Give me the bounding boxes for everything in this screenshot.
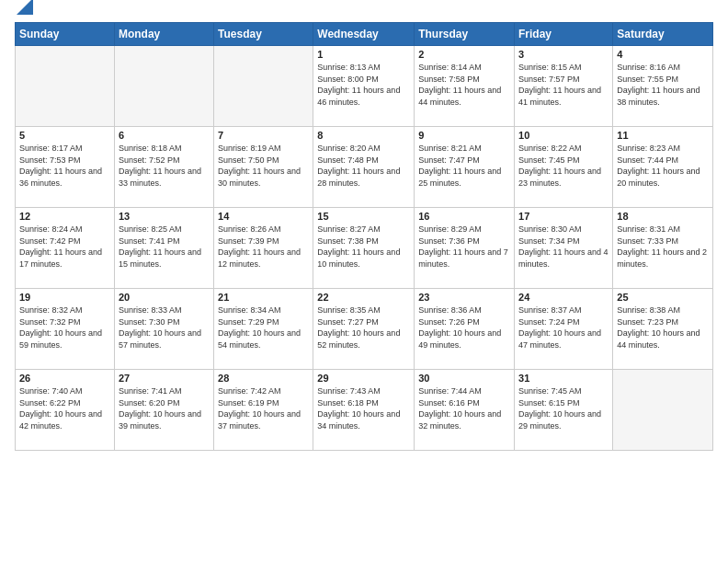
day-number: 7 <box>218 130 309 141</box>
day-info: Sunrise: 8:35 AM Sunset: 7:27 PM Dayligh… <box>317 304 410 350</box>
calendar-cell <box>613 370 713 451</box>
day-info: Sunrise: 8:25 AM Sunset: 7:41 PM Dayligh… <box>119 224 210 270</box>
day-number: 19 <box>19 292 110 303</box>
calendar-week-row: 1Sunrise: 8:13 AM Sunset: 8:00 PM Daylig… <box>16 46 713 127</box>
calendar-cell: 20Sunrise: 8:33 AM Sunset: 7:30 PM Dayli… <box>114 289 213 370</box>
header <box>15 9 713 15</box>
day-number: 18 <box>617 211 709 222</box>
day-info: Sunrise: 8:17 AM Sunset: 7:53 PM Dayligh… <box>19 143 110 189</box>
day-number: 3 <box>518 49 609 60</box>
calendar-week-row: 5Sunrise: 8:17 AM Sunset: 7:53 PM Daylig… <box>16 127 713 208</box>
day-info: Sunrise: 8:29 AM Sunset: 7:36 PM Dayligh… <box>418 224 510 270</box>
weekday-header: Friday <box>515 23 613 46</box>
calendar-cell: 3Sunrise: 8:15 AM Sunset: 7:57 PM Daylig… <box>515 46 613 127</box>
day-info: Sunrise: 8:38 AM Sunset: 7:23 PM Dayligh… <box>617 304 709 350</box>
day-info: Sunrise: 8:22 AM Sunset: 7:45 PM Dayligh… <box>518 143 609 189</box>
calendar-cell: 7Sunrise: 8:19 AM Sunset: 7:50 PM Daylig… <box>214 127 313 208</box>
day-info: Sunrise: 7:43 AM Sunset: 6:18 PM Dayligh… <box>317 385 410 431</box>
day-number: 6 <box>119 130 210 141</box>
weekday-header: Wednesday <box>313 23 415 46</box>
weekday-header: Tuesday <box>214 23 313 46</box>
day-info: Sunrise: 8:20 AM Sunset: 7:48 PM Dayligh… <box>317 143 410 189</box>
calendar-cell <box>214 46 313 127</box>
day-number: 27 <box>119 373 210 384</box>
calendar-cell: 8Sunrise: 8:20 AM Sunset: 7:48 PM Daylig… <box>313 127 415 208</box>
page: SundayMondayTuesdayWednesdayThursdayFrid… <box>0 0 728 563</box>
calendar-cell: 4Sunrise: 8:16 AM Sunset: 7:55 PM Daylig… <box>613 46 713 127</box>
day-number: 10 <box>518 130 609 141</box>
calendar-cell: 22Sunrise: 8:35 AM Sunset: 7:27 PM Dayli… <box>313 289 415 370</box>
calendar-cell: 21Sunrise: 8:34 AM Sunset: 7:29 PM Dayli… <box>214 289 313 370</box>
day-info: Sunrise: 8:13 AM Sunset: 8:00 PM Dayligh… <box>317 62 410 108</box>
day-number: 4 <box>617 49 709 60</box>
day-info: Sunrise: 8:36 AM Sunset: 7:26 PM Dayligh… <box>418 304 510 350</box>
calendar-cell: 9Sunrise: 8:21 AM Sunset: 7:47 PM Daylig… <box>415 127 515 208</box>
day-number: 31 <box>518 373 609 384</box>
calendar-cell: 1Sunrise: 8:13 AM Sunset: 8:00 PM Daylig… <box>313 46 415 127</box>
calendar-cell: 18Sunrise: 8:31 AM Sunset: 7:33 PM Dayli… <box>613 208 713 289</box>
day-number: 22 <box>317 292 410 303</box>
day-info: Sunrise: 8:37 AM Sunset: 7:24 PM Dayligh… <box>518 304 609 350</box>
calendar-cell: 15Sunrise: 8:27 AM Sunset: 7:38 PM Dayli… <box>313 208 415 289</box>
logo-triangle-icon <box>17 0 33 15</box>
calendar-cell: 26Sunrise: 7:40 AM Sunset: 6:22 PM Dayli… <box>16 370 115 451</box>
calendar-cell: 6Sunrise: 8:18 AM Sunset: 7:52 PM Daylig… <box>114 127 213 208</box>
day-number: 5 <box>19 130 110 141</box>
day-info: Sunrise: 8:30 AM Sunset: 7:34 PM Dayligh… <box>518 224 609 270</box>
day-number: 29 <box>317 373 410 384</box>
weekday-header: Saturday <box>613 23 713 46</box>
day-number: 16 <box>418 211 510 222</box>
day-number: 13 <box>119 211 210 222</box>
day-info: Sunrise: 8:23 AM Sunset: 7:44 PM Dayligh… <box>617 143 709 189</box>
day-number: 26 <box>19 373 110 384</box>
logo <box>15 13 33 15</box>
day-info: Sunrise: 8:33 AM Sunset: 7:30 PM Dayligh… <box>119 304 210 350</box>
calendar-week-row: 26Sunrise: 7:40 AM Sunset: 6:22 PM Dayli… <box>16 370 713 451</box>
day-info: Sunrise: 8:15 AM Sunset: 7:57 PM Dayligh… <box>518 62 609 108</box>
calendar-cell: 30Sunrise: 7:44 AM Sunset: 6:16 PM Dayli… <box>415 370 515 451</box>
day-info: Sunrise: 8:31 AM Sunset: 7:33 PM Dayligh… <box>617 224 709 270</box>
calendar-week-row: 19Sunrise: 8:32 AM Sunset: 7:32 PM Dayli… <box>16 289 713 370</box>
day-number: 8 <box>317 130 410 141</box>
day-info: Sunrise: 8:26 AM Sunset: 7:39 PM Dayligh… <box>218 224 309 270</box>
calendar-cell: 10Sunrise: 8:22 AM Sunset: 7:45 PM Dayli… <box>515 127 613 208</box>
calendar-cell: 31Sunrise: 7:45 AM Sunset: 6:15 PM Dayli… <box>515 370 613 451</box>
weekday-header: Thursday <box>415 23 515 46</box>
day-number: 1 <box>317 49 410 60</box>
day-number: 28 <box>218 373 309 384</box>
day-info: Sunrise: 8:34 AM Sunset: 7:29 PM Dayligh… <box>218 304 309 350</box>
weekday-header: Monday <box>114 23 213 46</box>
day-number: 30 <box>418 373 510 384</box>
calendar-cell: 19Sunrise: 8:32 AM Sunset: 7:32 PM Dayli… <box>16 289 115 370</box>
day-number: 25 <box>617 292 709 303</box>
weekday-header-row: SundayMondayTuesdayWednesdayThursdayFrid… <box>16 23 713 46</box>
calendar-cell: 5Sunrise: 8:17 AM Sunset: 7:53 PM Daylig… <box>16 127 115 208</box>
calendar-cell: 24Sunrise: 8:37 AM Sunset: 7:24 PM Dayli… <box>515 289 613 370</box>
calendar-cell: 27Sunrise: 7:41 AM Sunset: 6:20 PM Dayli… <box>114 370 213 451</box>
calendar-cell: 17Sunrise: 8:30 AM Sunset: 7:34 PM Dayli… <box>515 208 613 289</box>
day-info: Sunrise: 7:41 AM Sunset: 6:20 PM Dayligh… <box>119 385 210 431</box>
day-number: 17 <box>518 211 609 222</box>
day-number: 11 <box>617 130 709 141</box>
calendar-cell: 12Sunrise: 8:24 AM Sunset: 7:42 PM Dayli… <box>16 208 115 289</box>
calendar-cell: 29Sunrise: 7:43 AM Sunset: 6:18 PM Dayli… <box>313 370 415 451</box>
calendar-week-row: 12Sunrise: 8:24 AM Sunset: 7:42 PM Dayli… <box>16 208 713 289</box>
day-number: 2 <box>418 49 510 60</box>
calendar-cell: 13Sunrise: 8:25 AM Sunset: 7:41 PM Dayli… <box>114 208 213 289</box>
day-info: Sunrise: 8:32 AM Sunset: 7:32 PM Dayligh… <box>19 304 110 350</box>
calendar-cell: 11Sunrise: 8:23 AM Sunset: 7:44 PM Dayli… <box>613 127 713 208</box>
day-number: 24 <box>518 292 609 303</box>
calendar-cell: 25Sunrise: 8:38 AM Sunset: 7:23 PM Dayli… <box>613 289 713 370</box>
day-number: 23 <box>418 292 510 303</box>
calendar-cell: 16Sunrise: 8:29 AM Sunset: 7:36 PM Dayli… <box>415 208 515 289</box>
day-info: Sunrise: 8:27 AM Sunset: 7:38 PM Dayligh… <box>317 224 410 270</box>
day-number: 12 <box>19 211 110 222</box>
day-info: Sunrise: 8:24 AM Sunset: 7:42 PM Dayligh… <box>19 224 110 270</box>
day-info: Sunrise: 8:16 AM Sunset: 7:55 PM Dayligh… <box>617 62 709 108</box>
day-number: 14 <box>218 211 309 222</box>
day-number: 21 <box>218 292 309 303</box>
day-number: 9 <box>418 130 510 141</box>
calendar-cell: 28Sunrise: 7:42 AM Sunset: 6:19 PM Dayli… <box>214 370 313 451</box>
day-info: Sunrise: 8:18 AM Sunset: 7:52 PM Dayligh… <box>119 143 210 189</box>
calendar-cell: 2Sunrise: 8:14 AM Sunset: 7:58 PM Daylig… <box>415 46 515 127</box>
